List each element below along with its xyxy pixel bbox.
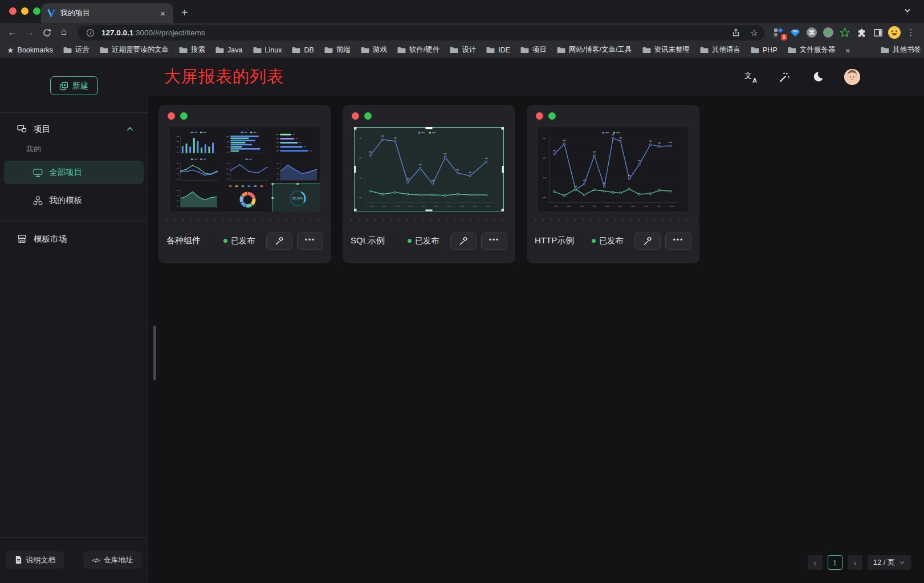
sidebar-item-template-market[interactable]: 模板市场 [17,227,134,250]
project-preview[interactable] [538,127,688,211]
bookmark-folder[interactable]: 资讯未整理 [642,45,690,55]
dotted-separator [535,219,691,220]
side-panel-icon[interactable] [872,26,884,39]
market-icon [17,234,27,243]
project-name: 各种组件 [166,235,223,246]
info-icon[interactable] [83,26,97,39]
project-card: SQL示例 已发布 ••• [343,105,515,263]
bookmark-star-icon[interactable]: ☆ [747,26,761,39]
gem-extension-icon[interactable] [789,26,801,39]
dark-mode-moon-icon[interactable] [811,70,825,84]
bookmarks-overflow-chevron[interactable]: » [845,46,850,55]
forward-icon[interactable]: → [22,25,38,40]
docs-button[interactable]: 说明文档 [6,551,64,569]
new-project-button[interactable]: 新建 [50,76,98,95]
translate-icon[interactable]: 文A [743,70,758,84]
address-bar[interactable]: 127.0.0.1:3000/#/project/items ☆ [78,25,764,40]
star-extension-icon[interactable] [838,26,851,39]
card-window-dots [343,112,515,120]
goview-app: 新建 项目 我的 全部项目 [0,58,924,583]
bookmark-folder[interactable]: 软件/硬件 [397,45,439,55]
edit-project-button[interactable] [266,233,292,250]
status-dot [408,239,412,243]
bookmark-folder[interactable]: 文件服务器 [788,45,836,55]
hammer-icon [458,236,469,246]
chevron-down-icon [899,560,905,566]
more-actions-button[interactable]: ••• [297,233,323,250]
card-footer: 各种组件 已发布 ••• [158,225,331,256]
status-badge: 已发布 [223,236,255,246]
project-preview[interactable] [354,127,504,211]
sidebar-footer: 说明文档 </> 仓库地址 [0,537,148,583]
svg-text:25.00%: 25.00% [292,197,303,200]
code-icon: </> [92,557,100,564]
ellipsis-icon: ••• [489,236,500,244]
bookmark-folder[interactable]: 设计 [450,45,476,55]
browser-menu-icon[interactable]: ⋮ [905,26,917,39]
bookmark-folder[interactable]: 网站/博客/文章/工具 [557,45,632,55]
scrollbar-thumb[interactable] [153,325,156,380]
prev-page-button[interactable]: ‹ [808,555,823,570]
page-size-select[interactable]: 12 / 页 [868,555,911,570]
minimize-window-button[interactable] [21,7,29,15]
project-card: HTTP示例 已发布 ••• [527,105,699,263]
hammer-icon [274,236,284,246]
bookmark-folder[interactable]: 运营 [63,45,89,55]
bookmark-folder[interactable]: DB [292,45,314,55]
dotted-separator [351,219,507,220]
bookmark-folder[interactable]: 其他语言 [700,45,740,55]
user-avatar[interactable] [844,69,860,85]
folder-icon [179,46,188,54]
tab-search-chevron-icon[interactable] [903,7,911,17]
share-icon[interactable] [729,26,743,39]
proxy-extension-icon[interactable]: 9 [772,26,785,39]
recorder-extension-icon[interactable] [822,26,835,39]
tab-close-icon[interactable]: × [158,9,168,18]
card-footer: HTTP示例 已发布 ••• [527,225,699,256]
bookmark-folder[interactable]: 近期需要读的文章 [100,45,169,55]
sidebar: 新建 项目 我的 全部项目 [0,58,148,583]
bookmarks-manager[interactable]: ★ Bookmarks [7,46,53,55]
project-preview[interactable]: 25.00% [170,127,320,211]
goview-favicon [47,9,56,18]
bookmark-folder[interactable]: 游戏 [361,45,387,55]
reload-icon[interactable] [39,25,55,40]
card-red-dot [168,112,175,120]
bookmark-folder[interactable]: Java [215,45,242,55]
sidebar-item-my-templates[interactable]: 我的模板 [4,189,144,212]
sidebar-item-all-projects[interactable]: 全部项目 [4,161,144,184]
folder-icon [100,46,108,54]
browser-tab[interactable]: 我的项目 × [41,3,173,23]
dotted-separator [166,219,323,220]
bookmark-folder[interactable]: 前端 [324,45,351,55]
magic-wand-icon[interactable] [777,70,792,84]
more-actions-button[interactable]: ••• [481,233,507,250]
profile-avatar[interactable] [888,26,901,39]
repo-button[interactable]: </> 仓库地址 [83,551,142,569]
tab-strip: 我的项目 × + [0,0,924,23]
card-window-dots [527,112,699,120]
extensions-puzzle-icon[interactable] [855,26,868,39]
chevron-up-icon[interactable] [126,125,134,132]
bookmark-folder[interactable]: Linux [253,45,282,55]
zoom-window-button[interactable] [33,7,40,15]
edit-project-button[interactable] [634,233,661,250]
folder-icon [292,46,300,54]
edit-project-button[interactable] [450,233,477,250]
other-bookmarks-folder[interactable]: 其他书签 [881,45,921,55]
bookmark-folder[interactable]: 项目 [520,45,547,55]
new-tab-button[interactable]: + [181,6,188,19]
bookmark-folder[interactable]: PHP [751,45,778,55]
bookmark-folder[interactable]: IDE [486,45,510,55]
current-page-button[interactable]: 1 [828,555,842,570]
back-icon[interactable]: ← [5,25,21,40]
close-window-button[interactable] [9,7,17,15]
next-page-button[interactable]: › [848,555,862,570]
monitor-icon [33,168,43,177]
folder-icon [788,46,796,54]
home-icon[interactable]: ⌂ [56,25,72,39]
more-actions-button[interactable]: ••• [665,233,691,250]
command-extension-icon[interactable]: ⌘ [805,26,818,39]
bookmark-folder[interactable]: 搜索 [179,45,205,55]
sidebar-group-projects[interactable]: 项目 [17,119,134,139]
